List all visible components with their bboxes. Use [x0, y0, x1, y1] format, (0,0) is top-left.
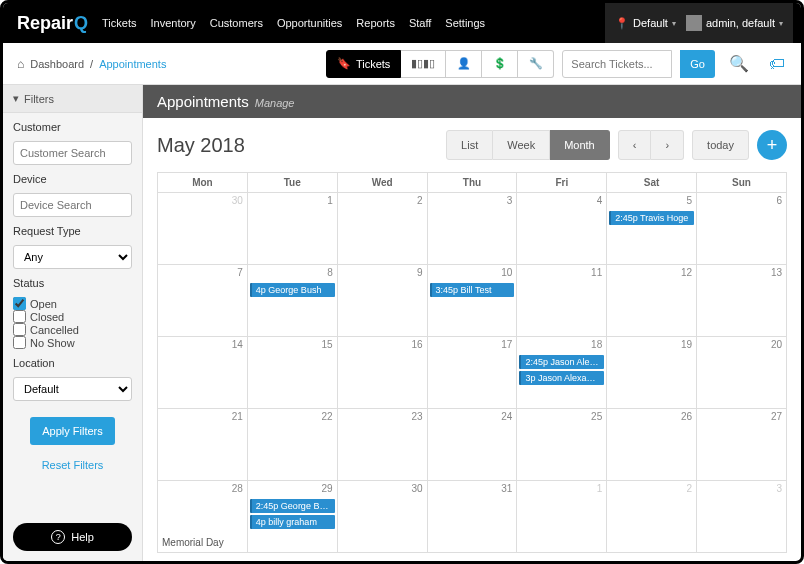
calendar-cell[interactable]: 7: [158, 265, 248, 337]
calendar-cell[interactable]: 19: [607, 337, 697, 409]
calendar-cell[interactable]: 13: [697, 265, 787, 337]
calendar-cell[interactable]: 21: [158, 409, 248, 481]
add-appointment-button[interactable]: +: [757, 130, 787, 160]
tickets-button[interactable]: 🔖 Tickets: [326, 50, 401, 78]
status-checkbox[interactable]: [13, 323, 26, 336]
nav-tickets[interactable]: Tickets: [102, 17, 136, 29]
status-checkbox[interactable]: [13, 310, 26, 323]
tag-icon[interactable]: 🏷: [763, 55, 791, 73]
day-number: 25: [591, 411, 602, 422]
calendar-cell[interactable]: 3: [697, 481, 787, 553]
device-search-input[interactable]: [13, 193, 132, 217]
status-cancelled[interactable]: Cancelled: [13, 323, 132, 336]
calendar-cell[interactable]: 1: [517, 481, 607, 553]
bookmark-icon: 🔖: [337, 57, 351, 70]
day-number: 18: [591, 339, 602, 350]
calendar-cell[interactable]: 9: [337, 265, 427, 337]
calendar-cell[interactable]: 12: [607, 265, 697, 337]
help-button[interactable]: ? Help: [13, 523, 132, 551]
calendar-cell[interactable]: 52:45p Travis Hoge: [607, 193, 697, 265]
calendar-cell[interactable]: 16: [337, 337, 427, 409]
prev-button[interactable]: ‹: [618, 130, 652, 160]
day-number: 23: [411, 411, 422, 422]
calendar-cell[interactable]: 1: [247, 193, 337, 265]
calendar-cell[interactable]: 20: [697, 337, 787, 409]
day-number: 6: [776, 195, 782, 206]
calendar-cell[interactable]: 17: [427, 337, 517, 409]
view-segment: List Week Month: [446, 130, 610, 160]
nav-staff[interactable]: Staff: [409, 17, 431, 29]
customer-button[interactable]: 👤: [446, 50, 482, 78]
calendar-cell[interactable]: 30: [158, 193, 248, 265]
location-select[interactable]: Default: [13, 377, 132, 401]
calendar-cell[interactable]: 2: [337, 193, 427, 265]
calendar-event[interactable]: 3p Jason Alexander: [519, 371, 604, 385]
calendar-cell[interactable]: 26: [607, 409, 697, 481]
status-no-show[interactable]: No Show: [13, 336, 132, 349]
search-input[interactable]: [562, 50, 672, 78]
breadcrumb-home[interactable]: Dashboard: [30, 58, 84, 70]
nav-opportunities[interactable]: Opportunities: [277, 17, 342, 29]
calendar-cell[interactable]: 23: [337, 409, 427, 481]
calendar-cell[interactable]: 30: [337, 481, 427, 553]
page-subtitle: Manage: [255, 97, 295, 109]
customer-search-input[interactable]: [13, 141, 132, 165]
nav-customers[interactable]: Customers: [210, 17, 263, 29]
nav-inventory[interactable]: Inventory: [150, 17, 195, 29]
next-button[interactable]: ›: [651, 130, 684, 160]
calendar-cell[interactable]: 84p George Bush: [247, 265, 337, 337]
day-header: Thu: [427, 173, 517, 193]
calendar-cell[interactable]: 2: [607, 481, 697, 553]
tools-button[interactable]: 🔧: [518, 50, 554, 78]
day-number: 20: [771, 339, 782, 350]
holiday-label: Memorial Day: [162, 537, 224, 548]
day-header: Tue: [247, 173, 337, 193]
status-checkbox[interactable]: [13, 336, 26, 349]
calendar-cell[interactable]: 31: [427, 481, 517, 553]
calendar-cell[interactable]: 25: [517, 409, 607, 481]
go-button[interactable]: Go: [680, 50, 715, 78]
calendar-event[interactable]: 4p George Bush: [250, 283, 335, 297]
today-button[interactable]: today: [692, 130, 749, 160]
payment-button[interactable]: 💲: [482, 50, 518, 78]
location-selector[interactable]: 📍 Default▾: [615, 17, 676, 30]
calendar-cell[interactable]: Memorial Day28: [158, 481, 248, 553]
request-type-select[interactable]: Any: [13, 245, 132, 269]
home-icon[interactable]: ⌂: [17, 57, 24, 71]
calendar-cell[interactable]: 14: [158, 337, 248, 409]
calendar-cell[interactable]: 3: [427, 193, 517, 265]
day-number: 19: [681, 339, 692, 350]
nav-reports[interactable]: Reports: [356, 17, 395, 29]
calendar-cell[interactable]: 22: [247, 409, 337, 481]
calendar-cell[interactable]: 11: [517, 265, 607, 337]
barcode-button[interactable]: ▮▯▮▯: [401, 50, 446, 78]
status-closed[interactable]: Closed: [13, 310, 132, 323]
calendar-event[interactable]: 2:45p Travis Hoge: [609, 211, 694, 225]
calendar-cell[interactable]: 103:45p Bill Test: [427, 265, 517, 337]
status-checkbox[interactable]: [13, 297, 26, 310]
month-view-button[interactable]: Month: [550, 130, 610, 160]
calendar-cell[interactable]: 24: [427, 409, 517, 481]
calendar-cell[interactable]: 6: [697, 193, 787, 265]
status-open[interactable]: Open: [13, 297, 132, 310]
calendar-cell[interactable]: 15: [247, 337, 337, 409]
user-menu[interactable]: admin, default▾: [686, 15, 783, 31]
calendar-event[interactable]: 2:45p George Bush: [250, 499, 335, 513]
day-header: Mon: [158, 173, 248, 193]
device-label: Device: [13, 173, 132, 185]
reset-filters-link[interactable]: Reset Filters: [42, 459, 104, 471]
search-icon[interactable]: 🔍: [723, 54, 755, 73]
brand-logo[interactable]: RepairQ: [17, 13, 88, 34]
calendar-event[interactable]: 3:45p Bill Test: [430, 283, 515, 297]
list-view-button[interactable]: List: [446, 130, 493, 160]
apply-filters-button[interactable]: Apply Filters: [30, 417, 115, 445]
calendar-cell[interactable]: 4: [517, 193, 607, 265]
calendar-event[interactable]: 2:45p Jason Alexande: [519, 355, 604, 369]
calendar-cell[interactable]: 27: [697, 409, 787, 481]
week-view-button[interactable]: Week: [493, 130, 550, 160]
breadcrumb-current[interactable]: Appointments: [99, 58, 166, 70]
calendar-cell[interactable]: 292:45p George Bush4p billy graham: [247, 481, 337, 553]
calendar-event[interactable]: 4p billy graham: [250, 515, 335, 529]
calendar-cell[interactable]: 182:45p Jason Alexande3p Jason Alexander: [517, 337, 607, 409]
nav-settings[interactable]: Settings: [445, 17, 485, 29]
